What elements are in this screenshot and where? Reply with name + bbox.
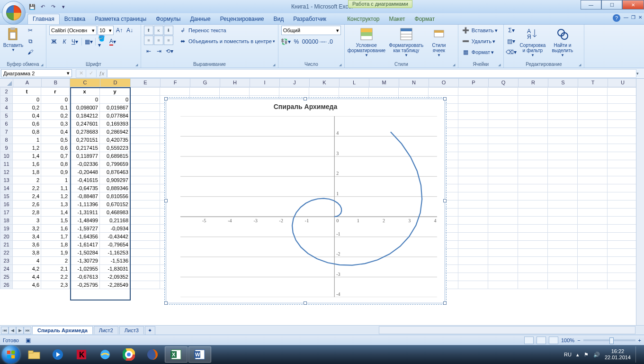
cell-C24[interactable]: -1,02955 (70, 265, 100, 273)
cell-T8[interactable] (578, 136, 608, 144)
cell-Q19[interactable] (488, 225, 518, 233)
cell-P7[interactable] (458, 128, 488, 136)
cell-L2[interactable] (339, 88, 369, 96)
taskbar-excel-icon[interactable]: X (165, 346, 188, 363)
help-icon[interactable]: ? (613, 14, 620, 22)
cell-R11[interactable] (518, 160, 548, 168)
cell-Q20[interactable] (488, 233, 518, 241)
row-header-14[interactable]: 14 (0, 184, 13, 192)
cell-U5[interactable] (608, 112, 637, 120)
align-top-icon[interactable]: ⬆ (144, 26, 153, 35)
tab-insert[interactable]: Вставка (60, 14, 90, 24)
cell-Q24[interactable] (488, 265, 518, 273)
paste-button[interactable]: Вставить ▼ (3, 26, 24, 52)
autosum-icon[interactable]: Σ▾ (507, 26, 516, 35)
cell-P16[interactable] (458, 200, 488, 209)
row-header-12[interactable]: 12 (0, 168, 13, 176)
chart-handle-ne[interactable] (443, 97, 447, 100)
cell-E6[interactable] (130, 120, 160, 128)
tab-review[interactable]: Рецензирование (215, 14, 269, 24)
cell-U8[interactable] (608, 136, 637, 144)
column-header-E[interactable]: E (131, 79, 161, 87)
cell-D17[interactable]: 0,468983 (100, 209, 130, 217)
cell-R4[interactable] (518, 104, 548, 112)
align-left-icon[interactable]: ≡ (144, 36, 153, 45)
cell-Q8[interactable] (488, 136, 518, 144)
cell-R21[interactable] (518, 241, 548, 249)
row-header-18[interactable]: 18 (0, 217, 13, 225)
row-header-19[interactable]: 19 (0, 225, 13, 233)
column-header-G[interactable]: G (190, 79, 220, 87)
cell-E3[interactable] (130, 96, 160, 104)
minimize-button[interactable]: — (581, 0, 601, 9)
decrease-indent-icon[interactable]: ⇤ (144, 46, 153, 56)
format-as-table-button[interactable]: Форматировать как таблицу▼ (387, 26, 425, 57)
underline-button[interactable]: Ч▾ (70, 37, 80, 46)
tab-pagelayout[interactable]: Разметка страницы (90, 14, 151, 24)
view-normal-icon[interactable] (524, 337, 534, 344)
cell-Q17[interactable] (488, 209, 518, 217)
cell-A24[interactable]: 4,2 (13, 265, 41, 273)
cell-Q3[interactable] (488, 96, 518, 104)
cell-B23[interactable]: 2 (41, 257, 70, 265)
cell-P3[interactable] (458, 96, 488, 104)
cell-C3[interactable]: 0 (70, 96, 100, 104)
cell-B17[interactable]: 1,4 (41, 209, 70, 217)
cell-A10[interactable]: 1,4 (13, 152, 41, 160)
column-header-Q[interactable]: Q (489, 79, 519, 87)
cell-B5[interactable]: 0,2 (41, 112, 70, 120)
tab-chart-format[interactable]: Формат (410, 14, 440, 24)
cut-icon[interactable]: ✂ (26, 26, 35, 35)
cell-B20[interactable]: 1,7 (41, 233, 70, 241)
cell-S14[interactable] (548, 184, 578, 192)
cell-B10[interactable]: 0,7 (41, 152, 70, 160)
cell-R25[interactable] (518, 273, 548, 281)
tab-view[interactable]: Вид (268, 14, 288, 24)
cell-D22[interactable]: -1,16253 (100, 249, 130, 257)
name-box[interactable]: Диаграмма 2▾ (1, 69, 72, 77)
delete-cells-icon[interactable]: ➖ (461, 36, 471, 46)
row-header-3[interactable]: 3 (0, 96, 13, 104)
cell-T24[interactable] (578, 265, 608, 273)
cell-C8[interactable]: 0,270151 (70, 136, 100, 144)
cell-C16[interactable]: -1,11396 (70, 200, 100, 209)
cell-S11[interactable] (548, 160, 578, 168)
cell-S2[interactable] (548, 88, 578, 96)
column-header-L[interactable]: L (340, 79, 369, 87)
row-header-21[interactable]: 21 (0, 241, 13, 249)
cell-D19[interactable]: -0,0934 (100, 225, 130, 233)
cell-P2[interactable] (458, 88, 488, 96)
cell-E12[interactable] (130, 168, 160, 176)
cell-C22[interactable]: -1,50284 (70, 249, 100, 257)
cell-T2[interactable] (578, 88, 608, 96)
formula-bar[interactable] (107, 69, 636, 78)
cell-C26[interactable]: -0,25795 (70, 281, 100, 289)
column-header-P[interactable]: P (459, 79, 489, 87)
row-header-5[interactable]: 5 (0, 112, 13, 120)
cell-S6[interactable] (548, 120, 578, 128)
cell-B6[interactable]: 0,3 (41, 120, 70, 128)
format-cells-icon[interactable]: ▦ (461, 47, 471, 57)
cell-D9[interactable]: 0,559223 (100, 144, 130, 152)
tab-developer[interactable]: Разработчик (288, 14, 331, 24)
cell-U12[interactable] (608, 168, 637, 176)
cell-D23[interactable]: -1,5136 (100, 257, 130, 265)
cell-B16[interactable]: 1,3 (41, 200, 70, 209)
cell-A9[interactable]: 1,2 (13, 144, 41, 152)
cell-P5[interactable] (458, 112, 488, 120)
format-painter-icon[interactable]: 🖌 (26, 47, 35, 57)
cell-A5[interactable]: 0,4 (13, 112, 41, 120)
cell-Q2[interactable] (488, 88, 518, 96)
cell-R20[interactable] (518, 233, 548, 241)
cell-E21[interactable] (130, 241, 160, 249)
increase-indent-icon[interactable]: ⇥ (154, 46, 164, 56)
cell-T6[interactable] (578, 120, 608, 128)
bold-button[interactable]: Ж (49, 37, 59, 46)
tray-lang[interactable]: RU (564, 352, 572, 357)
cell-U15[interactable] (608, 192, 637, 200)
insert-cells-icon[interactable]: ➕ (461, 26, 471, 35)
cell-D16[interactable]: 0,670152 (100, 200, 130, 209)
cell-T17[interactable] (578, 209, 608, 217)
row-header-26[interactable]: 26 (0, 281, 13, 289)
cell-E16[interactable] (130, 200, 160, 209)
